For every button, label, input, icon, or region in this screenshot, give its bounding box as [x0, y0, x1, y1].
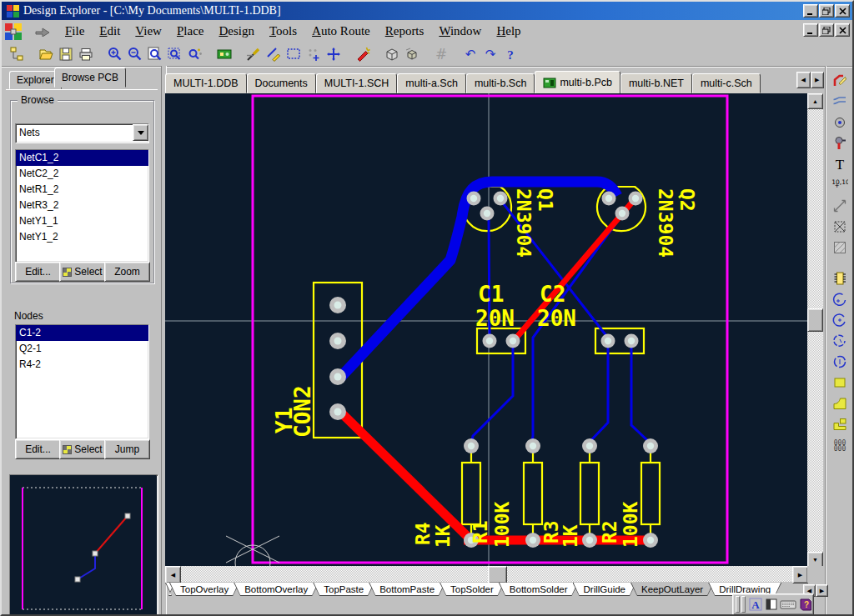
- place-pad-icon[interactable]: [830, 113, 850, 133]
- floating-toolbar[interactable]: A ?: [732, 593, 814, 615]
- nets-list[interactable]: NetC1_2NetC2_2NetR1_2NetR3_2NetY1_1NetY1…: [15, 149, 149, 263]
- move-cross-icon[interactable]: [324, 44, 344, 64]
- net-item-netc1_2[interactable]: NetC1_2: [16, 150, 148, 166]
- doc-tab-multi-b.pcb[interactable]: multi-b.Pcb: [535, 71, 620, 93]
- place-arc-center-icon[interactable]: [830, 310, 850, 330]
- label-q1-ref[interactable]: Q1: [535, 188, 556, 212]
- zoom-point-icon[interactable]: [185, 44, 205, 64]
- label-c1-ref[interactable]: C1: [478, 282, 504, 307]
- horizontal-scroll-thumb[interactable]: [488, 566, 507, 583]
- panel-toggle-icon[interactable]: [763, 596, 780, 613]
- nodes-list[interactable]: C1-2Q2-1R4-2: [15, 324, 149, 439]
- horizontal-scrollbar[interactable]: ◀ ▶: [165, 566, 807, 583]
- redo-icon[interactable]: ↷: [480, 44, 500, 64]
- layer-tab-keepoutlayer[interactable]: KeepOutLayer: [630, 583, 714, 596]
- jump-button[interactable]: Jump: [104, 439, 150, 459]
- pcb-editor-canvas[interactable]: 2N3904 Q1 2N3904 Q2 C1 20N C2 20N Y1 CON…: [165, 93, 807, 566]
- move-object-icon[interactable]: [304, 44, 324, 64]
- doc-tab-documents[interactable]: Documents: [247, 73, 316, 93]
- net-item-netc2_2[interactable]: NetC2_2: [16, 166, 148, 182]
- layer-tab-topsolder[interactable]: TopSolder: [440, 583, 505, 596]
- label-r2-value[interactable]: 100K: [620, 501, 641, 548]
- place-keepout-icon[interactable]: [830, 217, 850, 237]
- label-q2-ref[interactable]: Q2: [676, 188, 698, 212]
- browse-mode-dropdown[interactable]: Nets: [15, 123, 149, 143]
- layer-tab-bottomoverlay[interactable]: BottomOverlay: [234, 583, 319, 596]
- undo-icon[interactable]: ↶: [460, 44, 480, 64]
- edit-button[interactable]: Edit...: [15, 262, 61, 282]
- place-via-icon[interactable]: [830, 133, 850, 153]
- doc-tab-multi-1.sch[interactable]: MULTI-1.SCH: [316, 73, 398, 93]
- text-a-icon[interactable]: A: [747, 596, 764, 613]
- node-item-c1-2[interactable]: C1-2: [16, 325, 148, 341]
- net-item-nety1_1[interactable]: NetY1_1: [16, 213, 148, 229]
- menu-window[interactable]: Window: [431, 23, 489, 40]
- net-item-nety1_2[interactable]: NetY1_2: [16, 229, 148, 245]
- menu-help[interactable]: Help: [489, 23, 528, 40]
- label-r4-value[interactable]: 1K: [432, 524, 454, 548]
- menu-auto-route[interactable]: Auto Route: [304, 23, 378, 40]
- place-dimension-icon[interactable]: [830, 196, 850, 216]
- layer-tabs-right-arrow[interactable]: ▶: [816, 584, 828, 597]
- label-r2-ref[interactable]: R2: [599, 520, 620, 543]
- menu-edit[interactable]: Edit: [92, 23, 128, 40]
- app-pinwheel-icon[interactable]: [4, 23, 23, 41]
- zoom-area-icon[interactable]: [165, 44, 185, 64]
- select-button[interactable]: Select: [59, 439, 106, 459]
- label-q2-value[interactable]: 2N3904: [655, 188, 676, 258]
- layer-tab-topoverlay[interactable]: TopOverlay: [169, 583, 239, 596]
- label-c2-value[interactable]: 20N: [537, 306, 576, 331]
- label-r4-ref[interactable]: R4: [412, 522, 434, 545]
- place-paste-icon[interactable]: [830, 414, 850, 434]
- title-bar[interactable]: Design Explorer - [C:\My Documents\MULTI…: [2, 2, 852, 20]
- doc-tab-multi-c.sch[interactable]: multi-c.Sch: [692, 73, 761, 93]
- layer-tab-bottomsolder[interactable]: BottomSolder: [499, 583, 579, 596]
- place-fill-icon[interactable]: [830, 373, 850, 393]
- save-document-icon[interactable]: [56, 44, 76, 64]
- place-string-icon[interactable]: T: [830, 154, 850, 174]
- zoom-button[interactable]: Zoom: [104, 262, 150, 282]
- place-multi-track-icon[interactable]: [830, 92, 850, 112]
- place-component-icon[interactable]: [830, 268, 850, 288]
- zoom-in-icon[interactable]: [105, 44, 125, 64]
- place-arc-edge-icon[interactable]: [830, 289, 850, 309]
- edit-button[interactable]: Edit...: [15, 439, 61, 459]
- menu-file[interactable]: File: [58, 23, 92, 40]
- toggle-grid-icon[interactable]: #: [431, 44, 451, 64]
- menu-arrow-icon[interactable]: [34, 27, 51, 37]
- wizard-icon[interactable]: [353, 44, 373, 64]
- open-document-icon[interactable]: [36, 44, 56, 64]
- explorer-panel-icon[interactable]: [7, 44, 27, 64]
- label-c2-ref[interactable]: C2: [540, 282, 565, 307]
- place-polygon-icon[interactable]: [830, 238, 850, 258]
- label-r1-ref[interactable]: R1: [470, 520, 491, 543]
- scroll-right-arrow[interactable]: ▶: [792, 566, 808, 583]
- node-item-q2-1[interactable]: Q2-1: [16, 341, 148, 357]
- select-button[interactable]: Select: [59, 262, 106, 282]
- place-track-icon[interactable]: [830, 71, 850, 91]
- dropdown-arrow-button[interactable]: [133, 124, 148, 141]
- vertical-scrollbar[interactable]: ▲ ▼: [807, 93, 823, 566]
- mdi-close-button[interactable]: [835, 23, 850, 37]
- zoom-window-icon[interactable]: [145, 44, 165, 64]
- highlight-net-icon[interactable]: [264, 44, 284, 64]
- doc-tab-multi-b.sch[interactable]: multi-b.Sch: [466, 73, 535, 93]
- place-pad-array-icon[interactable]: 000000: [830, 435, 850, 455]
- clear-error-markers-icon[interactable]: [244, 44, 264, 64]
- label-r3-value[interactable]: 1K: [560, 524, 581, 548]
- layer-tab-drillguide[interactable]: DrillGuide: [573, 583, 637, 596]
- net-item-netr1_2[interactable]: NetR1_2: [16, 182, 148, 198]
- menu-design[interactable]: Design: [211, 23, 262, 40]
- zoom-out-icon[interactable]: [125, 44, 145, 64]
- label-y1-value[interactable]: CON2: [290, 385, 315, 438]
- layer-tab-bottompaste[interactable]: BottomPaste: [369, 583, 445, 596]
- doc-tabs-right-arrow[interactable]: ▶: [811, 72, 825, 88]
- board-view-icon[interactable]: [214, 44, 234, 64]
- select-area-icon[interactable]: [284, 44, 304, 64]
- minimize-button[interactable]: [803, 4, 818, 18]
- help-book-icon[interactable]: ?: [796, 596, 813, 613]
- node-item-r4-2[interactable]: R4-2: [16, 357, 148, 373]
- net-item-netr3_2[interactable]: NetR3_2: [16, 198, 148, 213]
- mdi-restore-button[interactable]: [819, 23, 834, 37]
- toolbar-grip[interactable]: [736, 596, 740, 613]
